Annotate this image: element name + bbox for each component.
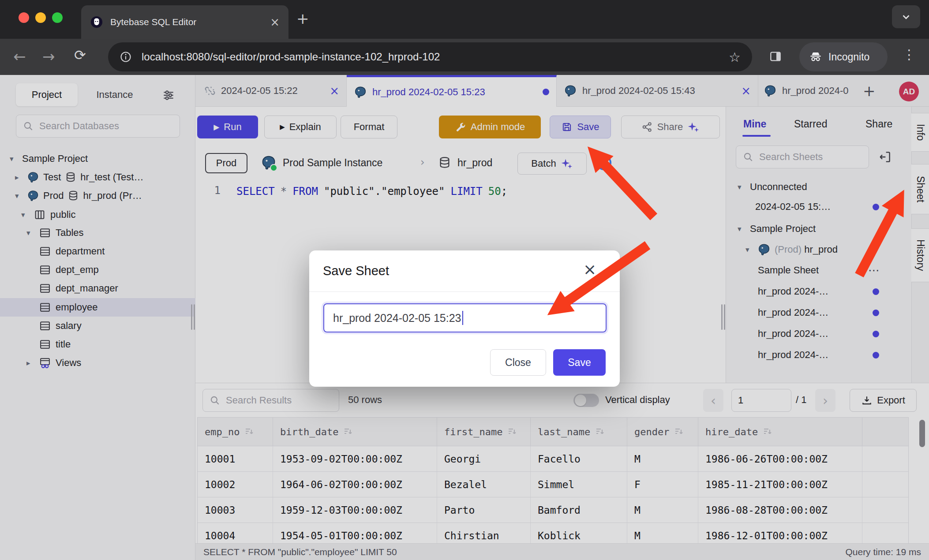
side-panel-icon[interactable] [768,49,783,63]
dialog-save-button[interactable]: Save [553,349,606,376]
chevron-down-icon [900,11,912,22]
save-sheet-dialog: Save Sheet × hr_prod 2024-02-05 15:23 Cl… [309,250,620,387]
sheet-name-input[interactable]: hr_prod 2024-02-05 15:23 [323,303,607,332]
incognito-badge: Incognito [799,42,888,71]
close-label: Close [505,357,531,369]
save-label: Save [568,357,591,369]
url-bar[interactable]: localhost:8080/sql-editor/prod-sample-in… [108,42,752,71]
back-icon[interactable]: ← [13,48,26,65]
bookmark-star-icon[interactable]: ☆ [729,49,741,65]
new-tab-icon[interactable]: + [296,10,309,27]
tab-overview-button[interactable] [892,5,920,28]
browser-tab-close-icon[interactable]: × [270,15,280,29]
browser-tab[interactable]: Bytebase SQL Editor × [81,5,288,39]
dialog-divider [309,291,620,292]
sheet-name-value: hr_prod 2024-02-05 15:23 [333,312,461,325]
dialog-close-icon[interactable]: × [583,260,596,278]
traffic-light-minimize[interactable] [35,12,46,23]
url-text[interactable]: localhost:8080/sql-editor/prod-sample-in… [142,51,719,63]
incognito-icon [809,50,822,63]
dialog-close-button[interactable]: Close [490,349,546,376]
traffic-light-close[interactable] [19,12,29,23]
text-cursor [462,311,463,325]
forward-icon[interactable]: → [42,48,55,65]
incognito-label: Incognito [828,51,869,63]
browser-tab-title: Bytebase SQL Editor [110,17,263,27]
screen: Bytebase SQL Editor × + ← → ⟳ localhost:… [0,0,929,560]
dialog-title: Save Sheet [323,264,389,278]
traffic-light-zoom[interactable] [52,12,63,23]
browser-menu-icon[interactable]: ⋮ [903,47,916,62]
site-info-icon[interactable] [120,51,132,63]
reload-icon[interactable]: ⟳ [74,47,86,63]
bytebase-favicon [90,15,103,29]
